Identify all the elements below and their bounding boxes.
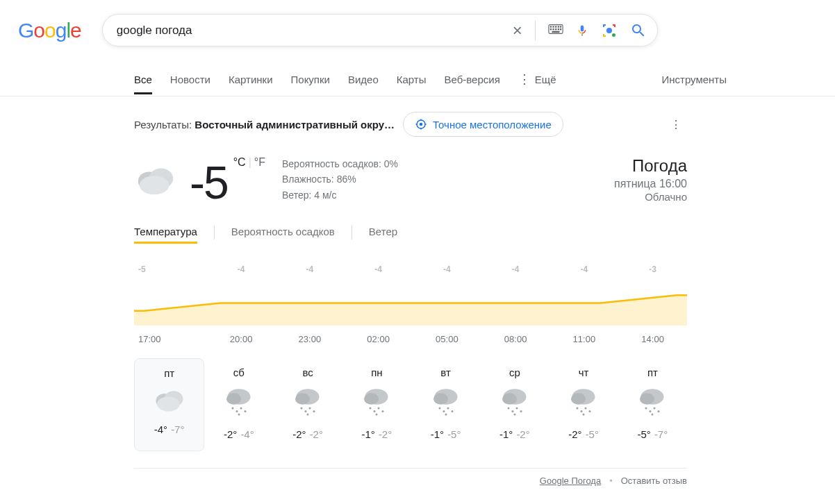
forecast-day-card[interactable]: пн-1°-2° [342, 358, 411, 451]
weather-icon-cloudy [134, 162, 177, 201]
tab-images[interactable]: Картинки [229, 66, 273, 94]
svg-rect-9 [558, 28, 559, 30]
svg-point-32 [305, 410, 307, 412]
chart-time-label: 05:00 [413, 334, 481, 344]
subtab-temperature[interactable]: Температура [134, 221, 197, 244]
lens-icon[interactable] [601, 22, 618, 39]
chart-time-label: 02:00 [344, 334, 413, 344]
forecast-day-card[interactable]: чт-2°-5° [549, 358, 618, 451]
forecast-temps: -2°-5° [552, 428, 615, 440]
svg-point-46 [443, 410, 445, 412]
precise-location-button[interactable]: Точное местоположение [403, 112, 563, 137]
chart-point-label: -4 [344, 264, 413, 274]
forecast-day-name: пт [138, 367, 201, 379]
svg-rect-5 [560, 26, 561, 27]
tab-more[interactable]: ⋮Ещё [518, 64, 556, 96]
forecast-snow-icon [414, 385, 477, 421]
svg-point-63 [583, 414, 585, 416]
forecast-day-name: вт [414, 367, 477, 378]
chart-time-label: 11:00 [550, 334, 619, 344]
location-target-icon [415, 118, 427, 131]
chart-point-label: -3 [618, 264, 687, 274]
svg-point-41 [382, 410, 384, 412]
humidity-stat: Влажность: 86% [282, 171, 398, 187]
search-box[interactable]: × [102, 14, 658, 47]
forecast-snow-icon [621, 385, 684, 421]
svg-point-44 [433, 393, 448, 405]
svg-point-34 [313, 410, 315, 412]
forecast-day-card[interactable]: сб-2°-4° [204, 358, 273, 451]
svg-point-68 [654, 408, 656, 410]
forecast-day-card[interactable]: ср-1°-2° [480, 358, 549, 451]
forecast-snow-icon [207, 385, 270, 421]
tools-button[interactable]: Инструменты [661, 66, 727, 94]
weather-title: Погода [614, 156, 687, 176]
svg-rect-4 [558, 26, 559, 27]
forecast-snow-icon [552, 385, 615, 421]
svg-rect-2 [552, 26, 554, 27]
dot-separator: • [609, 476, 613, 486]
tab-maps[interactable]: Карты [397, 66, 427, 94]
forecast-day-name: чт [552, 367, 615, 378]
forecast-day-name: ср [483, 367, 546, 378]
tab-video[interactable]: Видео [348, 66, 379, 94]
subtab-wind[interactable]: Ветер [369, 221, 397, 244]
svg-point-25 [235, 410, 238, 412]
chart-point-label: -4 [276, 264, 345, 274]
forecast-cloudy-icon [138, 386, 201, 417]
forecast-day-card[interactable]: вт-1°-5° [411, 358, 480, 451]
svg-point-14 [420, 123, 423, 126]
tab-web[interactable]: Веб-версия [445, 66, 500, 94]
temperature-chart: -5-4-4-4-4-4-4-3 [134, 277, 687, 326]
svg-point-24 [231, 408, 233, 410]
keyboard-icon[interactable] [548, 24, 563, 37]
google-logo[interactable]: Google [18, 19, 81, 42]
svg-point-53 [511, 410, 513, 412]
forecast-temps: -1°-2° [345, 428, 408, 440]
chart-point-label: -5 [134, 264, 207, 274]
results-location: Результаты: Восточный административный о… [134, 119, 395, 131]
search-icon[interactable] [630, 22, 647, 39]
svg-point-52 [507, 408, 509, 410]
forecast-day-card[interactable]: пт-5°-7° [618, 358, 687, 451]
location-menu-icon[interactable]: ⋮ [665, 118, 687, 131]
svg-rect-8 [555, 28, 556, 30]
clear-icon[interactable]: × [513, 21, 522, 40]
svg-rect-10 [560, 28, 561, 30]
tab-news[interactable]: Новости [170, 66, 210, 94]
search-input[interactable] [117, 24, 513, 37]
temp-units[interactable]: °C|°F [233, 156, 265, 169]
svg-point-55 [520, 410, 522, 412]
weather-daytime: пятница 16:00 [614, 178, 687, 190]
forecast-day-name: вс [276, 367, 340, 378]
svg-rect-11 [552, 31, 559, 32]
forecast-day-card[interactable]: пт-4°-7° [134, 358, 204, 451]
svg-point-59 [577, 408, 579, 410]
svg-point-39 [374, 410, 376, 412]
svg-point-60 [581, 410, 583, 412]
wind-stat: Ветер: 4 м/с [282, 187, 398, 203]
source-link[interactable]: Google Погода [540, 476, 601, 486]
feedback-link[interactable]: Оставить отзыв [621, 476, 687, 486]
svg-point-61 [585, 408, 587, 410]
chart-time-label: 23:00 [276, 334, 345, 344]
svg-point-12 [612, 33, 615, 37]
svg-point-28 [238, 414, 240, 416]
mic-icon[interactable] [576, 22, 588, 39]
precip-stat: Вероятность осадков: 0% [282, 156, 398, 171]
chart-point-label: -4 [550, 264, 619, 274]
tab-all[interactable]: Все [134, 66, 152, 94]
forecast-day-card[interactable]: вс-2°-2° [274, 358, 342, 451]
svg-point-48 [451, 410, 453, 412]
forecast-day-name: сб [207, 367, 270, 378]
tab-shopping[interactable]: Покупки [291, 66, 330, 94]
subtab-precip[interactable]: Вероятность осадков [231, 221, 335, 244]
svg-point-21 [157, 397, 180, 412]
chart-point-label: -4 [207, 264, 276, 274]
svg-point-45 [438, 408, 440, 410]
svg-point-66 [645, 408, 647, 410]
svg-point-56 [513, 414, 515, 416]
svg-point-42 [376, 414, 378, 416]
svg-point-69 [658, 410, 660, 412]
svg-point-65 [640, 393, 654, 405]
